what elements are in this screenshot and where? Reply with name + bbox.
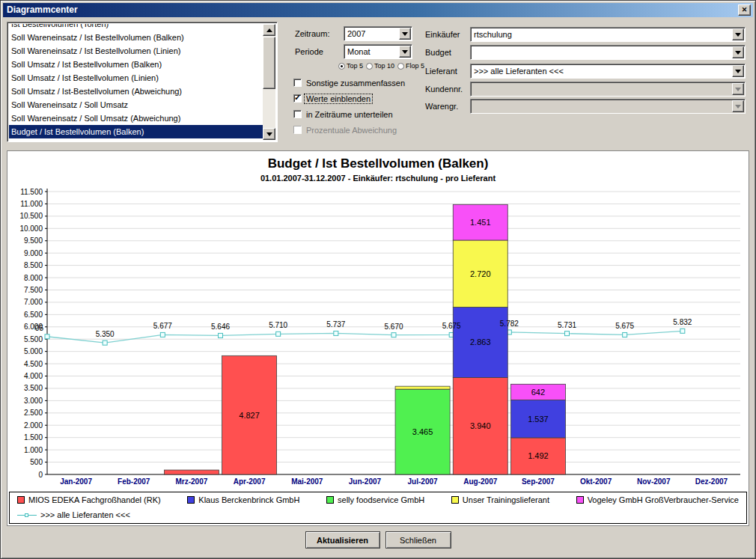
radio-label: Top 10	[374, 62, 394, 70]
selector-label-4: Warengr.	[425, 99, 458, 114]
radio-icon	[338, 63, 345, 70]
chart-plot-area: 05001.0001.5002.0002.5003.0003.5004.0004…	[7, 186, 749, 488]
checkbox-icon: ✓	[293, 94, 302, 103]
legend-label: selly foodservice GmbH	[338, 495, 424, 504]
svg-text:Jan-2007: Jan-2007	[60, 477, 92, 486]
svg-text:Okt-2007: Okt-2007	[580, 477, 612, 486]
radio-top-10[interactable]: Top 10	[366, 62, 394, 70]
diagrammcenter-window: Diagrammcenter ✕ Ist Bestellvolumen (Tor…	[0, 0, 756, 559]
zeitraum-combobox[interactable]: 2007	[344, 26, 412, 41]
svg-text:Mai-2007: Mai-2007	[291, 477, 323, 486]
listbox-scrollbar[interactable]	[263, 24, 275, 140]
svg-text:7.500: 7.500	[24, 286, 43, 294]
chart-list-item[interactable]: Soll Umsatz / Ist Bestellvolumen (Balken…	[9, 58, 263, 71]
svg-text:5.000: 5.000	[24, 347, 43, 355]
chart-list-item[interactable]: Soll Wareneinsatz / Soll Umsatz	[9, 98, 263, 112]
svg-text:3.940: 3.940	[470, 421, 491, 430]
screen: { "window": { "title": "Diagrammcenter",…	[0, 0, 756, 559]
svg-text:5.646: 5.646	[211, 323, 230, 331]
chevron-down-icon[interactable]	[399, 28, 411, 40]
svg-text:Jun-2007: Jun-2007	[349, 477, 382, 486]
checkbox-sonstige-zusammenfassen[interactable]: Sonstige zusammenfassen	[293, 75, 418, 91]
svg-text:4.827: 4.827	[239, 411, 260, 420]
svg-text:9.500: 9.500	[24, 236, 43, 245]
legend-swatch-icon	[451, 496, 459, 504]
legend-item-line: >>> alle Lieferanten <<<	[17, 510, 130, 519]
chart-list-item[interactable]: Soll Wareneinsatz / Soll Umsatz (Abweich…	[9, 112, 263, 125]
legend-swatch-icon	[326, 496, 334, 504]
svg-text:5.782: 5.782	[500, 320, 519, 328]
checkbox-in-zeiträume-unterteilen[interactable]: in Zeiträume unterteilen	[293, 106, 418, 122]
legend-label: MIOS EDEKA Fachgroßhandel (RK)	[28, 495, 161, 504]
schliessen-button[interactable]: Schließen	[385, 531, 451, 549]
selector-panel: EinkäuferrtschulungBudgetLieferant>>> al…	[420, 22, 749, 123]
svg-text:Sep-2007: Sep-2007	[522, 477, 555, 486]
aktualisieren-button[interactable]: Aktualisieren	[305, 531, 380, 549]
svg-text:0: 0	[38, 471, 43, 479]
checkbox-label: Sonstige zusammenfassen	[305, 79, 406, 88]
chart-list-item[interactable]: Soll Umsatz / Ist-Bestellvolumen (Abweic…	[9, 85, 263, 98]
selector-label-3: Kundennr.	[425, 82, 463, 97]
svg-text:Feb-2007: Feb-2007	[118, 477, 150, 486]
top-flop-radio-group: Top 5Top 10Flop 5	[338, 62, 424, 70]
chevron-down-icon[interactable]	[732, 46, 744, 58]
lieferant-combobox[interactable]: >>> alle Lieferanten <<<	[470, 64, 746, 79]
chart-list-item[interactable]: Soll Umsatz / Ist Bestellvolumen (Linien…	[9, 71, 263, 85]
svg-text:4.500: 4.500	[24, 360, 43, 368]
svg-text:11.000: 11.000	[20, 200, 43, 208]
svg-text:Aug-2007: Aug-2007	[463, 477, 497, 486]
warengr-combobox	[470, 99, 746, 114]
svg-text:1.451: 1.451	[470, 218, 491, 227]
svg-text:1.000: 1.000	[24, 446, 43, 454]
legend-item: Unser Trainingslieferant	[451, 495, 549, 504]
legend-item: Klaus Berckenbrinck GmbH	[187, 495, 299, 504]
legend-line-icon	[17, 513, 37, 518]
chart-type-list-view: Ist Bestellvolumen (Torten)Soll Warenein…	[9, 24, 263, 140]
svg-text:Mrz-2007: Mrz-2007	[176, 477, 208, 486]
close-icon[interactable]: ✕	[738, 4, 751, 16]
scroll-up-icon[interactable]	[263, 24, 275, 36]
chevron-down-icon[interactable]	[399, 46, 411, 58]
svg-text:9.000: 9.000	[24, 249, 43, 257]
legend-swatch-icon	[17, 496, 25, 504]
radio-top-5[interactable]: Top 5	[338, 62, 363, 70]
legend-swatch-icon	[187, 496, 195, 504]
chart-list-item[interactable]: Ist Bestellvolumen (Torten)	[9, 24, 263, 31]
svg-text:1.500: 1.500	[24, 433, 43, 442]
checkbox-label: Prozentuale Abweichung	[305, 126, 398, 135]
chevron-down-icon[interactable]	[732, 28, 744, 40]
scroll-down-icon[interactable]	[263, 128, 275, 140]
chart-list-item[interactable]: Budget / Ist Bestellvolumen (Balken)	[9, 125, 263, 138]
checkbox-prozentuale-abweichung: Prozentuale Abweichung	[293, 122, 418, 138]
chevron-down-icon[interactable]	[732, 65, 744, 77]
title-bar[interactable]: Diagrammcenter ✕	[3, 3, 753, 17]
svg-text:2.000: 2.000	[24, 421, 43, 430]
zeitraum-value: 2007	[347, 28, 398, 39]
svg-text:5.350: 5.350	[96, 330, 115, 338]
svg-text:11.500: 11.500	[20, 188, 43, 196]
svg-text:3.465: 3.465	[412, 427, 433, 436]
chart-list-item[interactable]: Soll Wareneinsatz / Ist Bestellvolumen (…	[9, 31, 263, 44]
svg-text:2.720: 2.720	[470, 269, 491, 278]
svg-text:1.537: 1.537	[528, 415, 549, 424]
svg-text:6.500: 6.500	[24, 311, 43, 319]
scrollbar-thumb[interactable]	[263, 37, 275, 89]
window-title: Diagrammcenter	[7, 4, 78, 15]
chart-subtitle: 01.01.2007-31.12.2007 - Einkäufer: rtsch…	[7, 174, 749, 183]
chart-type-listbox: Ist Bestellvolumen (Torten)Soll Warenein…	[7, 22, 278, 142]
kundennr-combobox	[470, 82, 746, 97]
legend-label: Unser Trainingslieferant	[463, 495, 549, 504]
svg-text:5.737: 5.737	[326, 320, 345, 329]
chart-legend: MIOS EDEKA Fachgroßhandel (RK)Klaus Berc…	[9, 492, 747, 524]
periode-combobox[interactable]: Monat	[344, 44, 412, 59]
checkbox-werte-einblenden[interactable]: ✓Werte einblenden	[293, 91, 418, 106]
svg-text:10.000: 10.000	[19, 224, 43, 233]
budget-combobox[interactable]	[470, 45, 746, 60]
svg-text:500: 500	[30, 458, 43, 466]
chart-list-item[interactable]: Soll Wareneinsatz / Ist Bestellvolumen (…	[9, 44, 263, 58]
selector-label-2: Lieferant	[425, 64, 457, 79]
checkbox-icon	[293, 126, 302, 134]
einkäufer-combobox[interactable]: rtschulung	[470, 27, 746, 42]
option-checkboxes: Sonstige zusammenfassen✓Werte einblenden…	[293, 75, 418, 138]
periode-label: Periode	[295, 44, 323, 59]
